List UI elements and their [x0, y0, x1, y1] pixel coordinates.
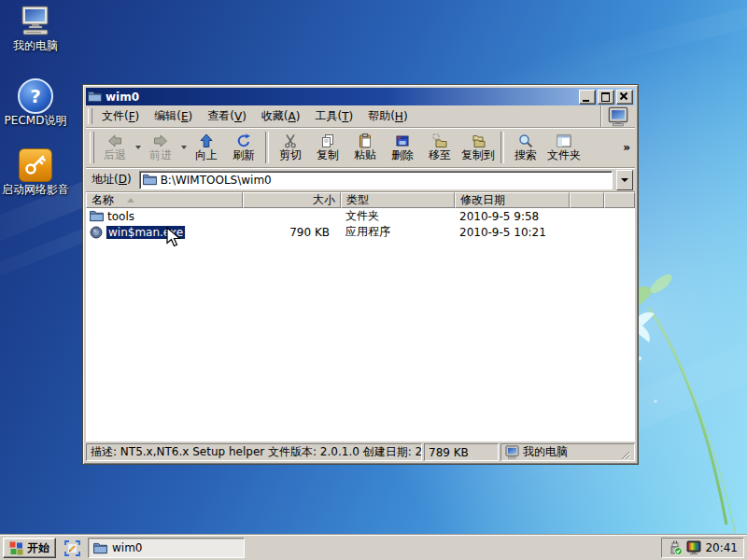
paste-icon — [358, 133, 373, 148]
file-size: 790 KB — [243, 226, 341, 239]
taskbar-item-label: wim0 — [112, 541, 142, 554]
folders-button[interactable]: 文件夹 — [544, 129, 584, 166]
file-row-tools[interactable]: tools 文件夹 2010-9-5 9:58 — [86, 208, 635, 224]
usb-safely-remove-icon[interactable] — [668, 540, 683, 555]
address-label: 地址(D) — [88, 172, 135, 188]
folder-icon — [143, 174, 157, 186]
move-to-button[interactable]: 移至 — [421, 129, 458, 166]
file-list: tools 文件夹 2010-9-5 9:58 win$man.exe 790 … — [86, 208, 635, 441]
column-headers: 名称 大小 类型 修改日期 — [86, 192, 635, 208]
search-button[interactable]: 搜索 — [507, 129, 544, 166]
forward-dropdown[interactable] — [179, 129, 188, 166]
pecmd-editor-icon — [64, 540, 80, 556]
desktop-icon-label: 启动网络影音 — [0, 183, 71, 196]
maximize-button[interactable] — [598, 90, 614, 105]
desktop: 我的电脑 ? PECMD说明 启动网络影音 wim0 — [0, 0, 747, 560]
system-tray: 20:41 — [661, 538, 744, 558]
copy-to-icon — [471, 133, 486, 148]
cut-button[interactable]: 剪切 — [272, 129, 309, 166]
start-button[interactable]: 开始 — [3, 538, 56, 558]
address-dropdown-button[interactable] — [616, 170, 633, 190]
desktop-icon-label: 我的电脑 — [0, 39, 71, 52]
up-button[interactable]: 向上 — [188, 129, 225, 166]
column-header-filler — [604, 192, 635, 208]
resize-grip[interactable] — [619, 449, 630, 460]
taskbar: 开始 wim0 20:41 — [0, 535, 747, 560]
address-bar: 地址(D) B:\WIMTOOLS\wim0 — [86, 168, 635, 192]
column-header-name[interactable]: 名称 — [86, 192, 243, 208]
monitor-icon — [608, 106, 628, 127]
refresh-icon — [236, 133, 251, 148]
folder-icon — [90, 210, 104, 222]
desktop-icon-pecmd-help[interactable]: ? PECMD说明 — [0, 78, 71, 127]
toolbar-overflow-chevron[interactable]: » — [620, 141, 633, 154]
file-name: tools — [107, 210, 134, 223]
quick-launch-icon[interactable] — [61, 540, 83, 556]
menu-bar: 文件(F) 编辑(E) 查看(V) 收藏(A) 工具(T) 帮助(H) — [86, 105, 635, 128]
menu-item-edit[interactable]: 编辑(E) — [147, 105, 200, 127]
title-bar[interactable]: wim0 — [86, 88, 635, 105]
file-modified: 2010-9-5 9:58 — [455, 210, 570, 223]
status-location: 我的电脑 — [500, 443, 635, 461]
status-bar: 描述: NT5.x,NT6.x Setup helper 文件版本: 2.0.1… — [86, 443, 635, 461]
cut-icon — [283, 133, 298, 148]
address-value: B:\WIMTOOLS\wim0 — [161, 174, 272, 187]
toolbar-separator — [500, 132, 504, 163]
menu-item-favorites[interactable]: 收藏(A) — [254, 105, 308, 127]
taskbar-item-wim0[interactable]: wim0 — [88, 538, 245, 558]
minimize-button[interactable] — [579, 90, 596, 105]
file-modified: 2010-9-5 10:21 — [455, 226, 570, 239]
help-icon: ? — [0, 78, 71, 114]
rebar-gripper — [90, 132, 94, 163]
copy-button[interactable]: 复制 — [309, 129, 346, 166]
paste-button[interactable]: 粘贴 — [346, 129, 384, 166]
file-type: 应用程序 — [341, 224, 455, 240]
column-header-type[interactable]: 类型 — [341, 192, 455, 208]
folder-icon — [88, 91, 102, 103]
toolbar-separator — [265, 132, 269, 163]
file-row-winman[interactable]: win$man.exe 790 KB 应用程序 2010-9-5 10:21 — [86, 224, 635, 240]
desktop-icon-my-computer[interactable]: 我的电脑 — [0, 4, 71, 52]
explorer-window: wim0 文件(F) 编辑(E) 查看(V) 收藏(A) 工具(T) 帮助(H) — [82, 84, 639, 465]
close-button[interactable] — [616, 90, 633, 105]
search-icon — [518, 133, 533, 148]
desktop-icon-label: PECMD说明 — [0, 114, 71, 127]
delete-icon — [395, 133, 410, 148]
key-icon — [0, 147, 71, 183]
throbber-logo — [600, 105, 635, 127]
up-icon — [199, 133, 214, 148]
toolbar: 后退 前进 向上 刷新 — [86, 128, 635, 168]
question-mark-glyph: ? — [18, 78, 53, 114]
desktop-icon-network-media[interactable]: 启动网络影音 — [0, 147, 71, 196]
back-icon — [107, 133, 122, 148]
address-input[interactable]: B:\WIMTOOLS\wim0 — [139, 171, 613, 189]
menu-item-view[interactable]: 查看(V) — [200, 105, 254, 127]
start-logo-icon — [9, 541, 23, 555]
taskbar-clock: 20:41 — [705, 541, 738, 554]
column-header-modified[interactable]: 修改日期 — [455, 192, 570, 208]
display-settings-icon[interactable] — [686, 540, 701, 555]
menu-item-file[interactable]: 文件(F) — [94, 105, 147, 127]
my-computer-icon — [505, 445, 519, 459]
back-dropdown[interactable] — [134, 129, 142, 166]
copy-to-button[interactable]: 复制到 — [458, 129, 498, 166]
back-button[interactable]: 后退 — [96, 129, 134, 166]
menu-item-help[interactable]: 帮助(H) — [360, 105, 415, 127]
file-type: 文件夹 — [341, 208, 455, 224]
forward-icon — [153, 133, 168, 148]
column-header-blank — [570, 192, 604, 208]
rebar-gripper — [88, 108, 92, 124]
wallpaper-streak — [562, 0, 747, 73]
column-header-size[interactable]: 大小 — [243, 192, 341, 208]
menu-item-tools[interactable]: 工具(T) — [307, 105, 360, 127]
status-size: 789 KB — [424, 443, 499, 461]
delete-button[interactable]: 删除 — [384, 129, 421, 166]
move-to-icon — [432, 133, 447, 148]
file-name-selected: win$man.exe — [106, 226, 185, 239]
refresh-button[interactable]: 刷新 — [225, 129, 262, 166]
forward-button[interactable]: 前进 — [142, 129, 179, 166]
copy-icon — [320, 133, 335, 148]
folders-icon — [557, 133, 571, 148]
sort-ascending-icon — [127, 198, 134, 203]
application-icon — [90, 226, 103, 239]
